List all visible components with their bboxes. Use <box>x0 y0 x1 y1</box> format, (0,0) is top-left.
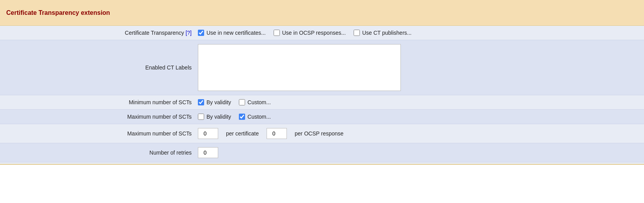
min-by-validity-checkbox[interactable] <box>198 99 204 105</box>
max-custom-label: Custom... <box>247 114 271 120</box>
max-by-validity-checkbox[interactable] <box>198 114 204 120</box>
use-ocsp-group[interactable]: Use in OCSP responses... <box>274 30 346 36</box>
ct-row: Certificate Transparency [?] Use in new … <box>0 26 644 40</box>
min-by-validity-group[interactable]: By validity <box>198 99 231 105</box>
min-by-validity-label: By validity <box>206 99 231 105</box>
per-ocsp-input[interactable] <box>267 128 287 139</box>
use-ct-publishers-checkbox[interactable] <box>354 30 360 36</box>
use-ocsp-label: Use in OCSP responses... <box>282 30 346 36</box>
min-scts-controls: By validity Custom... <box>198 99 644 105</box>
max-custom-checkbox[interactable] <box>239 114 245 120</box>
ct-labels-textarea[interactable] <box>198 44 401 91</box>
bottom-border <box>0 164 644 165</box>
header-row: Certificate Transparency extension <box>0 0 644 26</box>
min-custom-checkbox[interactable] <box>239 99 245 105</box>
max-scts-label: Maximum number of SCTs <box>0 114 198 120</box>
ct-labels-label: Enabled CT Labels <box>0 64 198 71</box>
ct-labels-controls <box>198 44 644 91</box>
max-scts-values-label: Maximum number of SCTs <box>0 130 198 137</box>
max-scts-values-controls: per certificate per OCSP response <box>198 128 644 139</box>
ct-controls: Use in new certificates... Use in OCSP r… <box>198 30 644 36</box>
use-new-certs-checkbox[interactable] <box>198 30 204 36</box>
content-area: Certificate Transparency [?] Use in new … <box>0 26 644 165</box>
retries-input[interactable] <box>198 147 218 158</box>
retries-row: Number of retries <box>0 143 644 162</box>
use-new-certs-group[interactable]: Use in new certificates... <box>198 30 266 36</box>
ct-label: Certificate Transparency [?] <box>0 30 198 36</box>
per-ocsp-label: per OCSP response <box>295 130 343 137</box>
ct-labels-row: Enabled CT Labels <box>0 40 644 95</box>
ct-help-link[interactable]: [?] <box>185 30 192 36</box>
min-custom-label: Custom... <box>247 99 271 105</box>
use-new-certs-label: Use in new certificates... <box>206 30 266 36</box>
use-ct-publishers-label: Use CT publishers... <box>362 30 412 36</box>
min-scts-row: Minimum number of SCTs By validity Custo… <box>0 95 644 110</box>
max-custom-group[interactable]: Custom... <box>239 114 271 120</box>
max-scts-values-row: Maximum number of SCTs per certificate p… <box>0 124 644 143</box>
max-scts-controls: By validity Custom... <box>198 114 644 120</box>
retries-controls <box>198 147 644 158</box>
max-scts-row: Maximum number of SCTs By validity Custo… <box>0 110 644 124</box>
max-by-validity-label: By validity <box>206 114 231 120</box>
max-by-validity-group[interactable]: By validity <box>198 114 231 120</box>
min-scts-label: Minimum number of SCTs <box>0 99 198 105</box>
min-custom-group[interactable]: Custom... <box>239 99 271 105</box>
section-title: Certificate Transparency extension <box>6 9 204 16</box>
main-container: Certificate Transparency extension Certi… <box>0 0 644 203</box>
use-ocsp-checkbox[interactable] <box>274 30 280 36</box>
use-ct-publishers-group[interactable]: Use CT publishers... <box>354 30 412 36</box>
retries-label: Number of retries <box>0 150 198 156</box>
per-cert-input[interactable] <box>198 128 218 139</box>
per-cert-label: per certificate <box>226 130 259 137</box>
